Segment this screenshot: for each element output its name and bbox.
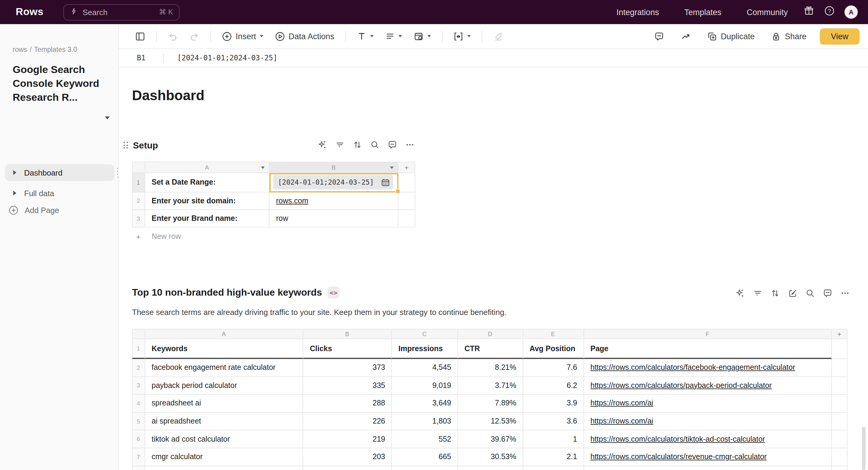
more-options-icon[interactable] (840, 288, 850, 298)
comment-icon[interactable] (388, 140, 397, 150)
clicks-cell[interactable]: 373 (303, 359, 392, 377)
cell[interactable] (832, 359, 847, 377)
ctr-cell[interactable]: 30.53% (458, 448, 523, 466)
add-column-button[interactable]: + (398, 162, 415, 173)
search-icon[interactable] (370, 140, 380, 150)
row-number[interactable]: 5 (132, 413, 145, 431)
impressions-cell[interactable]: 665 (392, 448, 458, 466)
keyword-cell[interactable]: payback period calculator (145, 377, 303, 394)
filter-icon[interactable] (753, 288, 763, 298)
page-cell[interactable]: https://rows.com/calculators/payback-per… (584, 377, 832, 394)
page-cell[interactable]: https://rows.com/ai (584, 413, 832, 431)
undo-button[interactable] (164, 29, 181, 43)
avg-position-cell[interactable]: 3.6 (523, 413, 584, 431)
avg-position-cell[interactable]: 6.2 (523, 377, 584, 394)
expand-caret-icon[interactable] (13, 190, 16, 196)
column-header-b[interactable]: B (270, 162, 398, 173)
new-row-button[interactable]: New row (145, 228, 415, 245)
cell[interactable] (398, 192, 415, 210)
align-button[interactable] (382, 30, 405, 43)
page-link[interactable]: https://rows.com/ai (590, 399, 653, 408)
cell[interactable] (832, 339, 847, 359)
ctr-cell[interactable]: 3.71% (458, 377, 523, 394)
comments-button[interactable] (651, 29, 667, 43)
keyword-cell[interactable]: tiktok ad cost calculator (145, 431, 303, 448)
sidebar-resize-handle[interactable] (117, 168, 118, 178)
sort-icon[interactable] (770, 288, 780, 298)
clicks-cell[interactable]: 226 (303, 413, 392, 431)
row-number[interactable]: 6 (132, 431, 145, 448)
cell[interactable] (458, 466, 523, 470)
rows-logo[interactable]: Rows (16, 6, 43, 18)
column-header-d[interactable]: D (458, 329, 523, 339)
sidebar-item-dashboard[interactable]: Dashboard (5, 164, 115, 181)
data-actions-button[interactable]: Data Actions (272, 29, 338, 43)
impressions-cell[interactable]: 1,803 (392, 413, 458, 431)
workbook-title[interactable]: Google Search Console Keyword Research R… (13, 63, 103, 105)
row-number[interactable]: 2 (132, 192, 145, 210)
row-number[interactable]: 4 (132, 394, 145, 412)
breadcrumb-root[interactable]: rows (13, 46, 27, 53)
vertical-scrollbar[interactable] (862, 427, 866, 470)
page-cell[interactable]: https://rows.com/calculators/tiktok-ad-c… (584, 431, 832, 448)
toggle-sidebar-button[interactable] (132, 29, 148, 43)
corner-cell[interactable] (132, 162, 145, 173)
column-header-a[interactable]: A (145, 329, 303, 339)
edit-icon[interactable] (788, 288, 798, 298)
cell[interactable] (832, 431, 847, 448)
cell[interactable] (832, 466, 847, 470)
add-column-button[interactable]: + (832, 329, 847, 339)
ctr-cell[interactable]: 8.21% (458, 359, 523, 377)
cell-b2[interactable]: rows.com (270, 192, 398, 210)
insert-button[interactable]: Insert (219, 29, 267, 43)
sidebar-item-full-data[interactable]: Full data (5, 185, 115, 202)
cell[interactable] (832, 413, 847, 431)
keyword-cell[interactable]: spreadsheet ai (145, 394, 303, 412)
cell[interactable] (145, 466, 303, 470)
cell[interactable] (523, 466, 584, 470)
row-number[interactable]: 3 (132, 210, 145, 228)
column-header-c[interactable]: C (392, 329, 458, 339)
date-range-input[interactable]: [2024-01-01;2024-03-25] (273, 175, 393, 190)
header-keywords[interactable]: Keywords (145, 339, 303, 359)
clicks-cell[interactable]: 288 (303, 394, 392, 412)
clicks-cell[interactable]: 335 (303, 377, 392, 394)
nav-community[interactable]: Community (747, 7, 788, 17)
fill-handle[interactable] (395, 189, 400, 194)
global-search-input[interactable]: Search ⌘ K (63, 4, 180, 20)
setup-table-title[interactable]: Setup (133, 140, 158, 150)
drag-handle-icon[interactable] (124, 142, 127, 148)
site-domain-link[interactable]: rows.com (276, 197, 308, 205)
row-number[interactable]: 1 (132, 173, 145, 192)
filter-icon[interactable] (335, 140, 345, 150)
avg-position-cell[interactable]: 1 (523, 431, 584, 448)
row-number[interactable] (132, 466, 145, 470)
nav-templates[interactable]: Templates (684, 7, 721, 17)
avg-position-cell[interactable]: 2.1 (523, 448, 584, 466)
row-number[interactable]: 7 (132, 448, 145, 466)
header-ctr[interactable]: CTR (458, 339, 523, 359)
cell-b1-selected[interactable]: [2024-01-01;2024-03-25] (270, 173, 398, 192)
ai-sparkle-icon[interactable] (318, 140, 327, 150)
cell[interactable] (832, 448, 847, 466)
redo-button[interactable] (186, 29, 203, 43)
keyword-cell[interactable]: facebook engagement rate calculator (145, 359, 303, 377)
impressions-cell[interactable]: 4,545 (392, 359, 458, 377)
row-number[interactable]: 3 (132, 377, 145, 394)
avg-position-cell[interactable]: 7.6 (523, 359, 584, 377)
page-link[interactable]: https://rows.com/calculators/revenue-cmg… (590, 453, 767, 461)
impressions-cell[interactable]: 552 (392, 431, 458, 448)
text-format-button[interactable] (353, 30, 376, 43)
cell-b3[interactable]: row (270, 210, 398, 228)
cell-a3[interactable]: Enter your Brand name: (145, 210, 270, 228)
column-header-b[interactable]: B (303, 329, 392, 339)
keyword-cell[interactable]: ai spreadsheet (145, 413, 303, 431)
header-impressions[interactable]: Impressions (392, 339, 458, 359)
column-menu-icon[interactable] (261, 167, 265, 169)
breadcrumb-current[interactable]: Templates 3.0 (34, 46, 77, 53)
activity-button[interactable] (677, 29, 693, 43)
page-link[interactable]: https://rows.com/calculators/tiktok-ad-c… (590, 435, 765, 443)
ctr-cell[interactable]: 7.89% (458, 394, 523, 412)
impressions-cell[interactable]: 9,019 (392, 377, 458, 394)
cell[interactable] (303, 466, 392, 470)
